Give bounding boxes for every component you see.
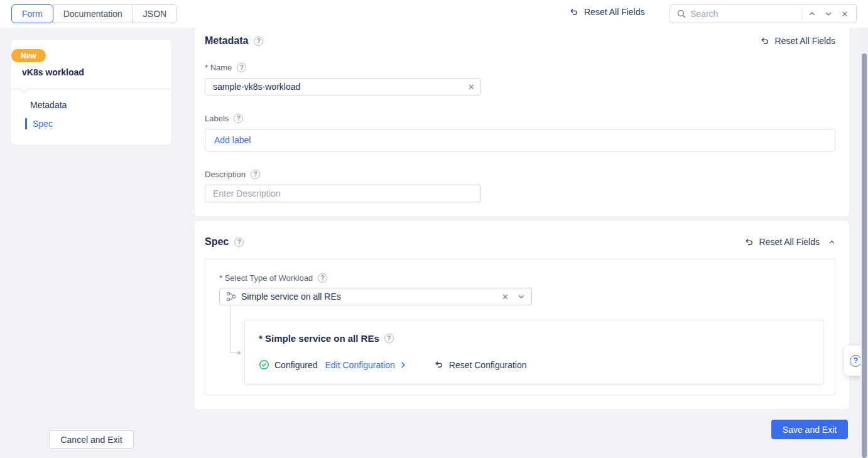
workload-config-title: * Simple service on all REs [259,333,379,344]
metadata-section: Metadata ? Reset All Fields * Name ? ✕ L… [195,28,849,216]
reset-configuration-button[interactable]: Reset Configuration [433,360,527,370]
clear-name-icon[interactable]: ✕ [468,83,475,91]
object-nav-panel: New vK8s workload Metadata Spec [11,40,171,144]
workload-config-card: * Simple service on all REs ? Configured… [244,320,823,384]
workload-type-select[interactable]: Simple service on all REs ✕ [219,288,532,305]
search-close-icon[interactable]: ✕ [838,8,851,20]
sidebar-divider-notch [19,84,28,93]
connector-line-vertical [230,305,231,352]
object-title: vK8s workload [22,67,84,77]
save-and-exit-button[interactable]: Save and Exit [771,420,848,439]
spec-reset-all-fields-button[interactable]: Reset All Fields [744,237,820,247]
help-icon[interactable]: ? [254,36,263,46]
undo-icon [744,237,754,247]
collapse-section-icon[interactable] [828,239,835,246]
connector-line-horizontal [230,352,237,353]
search-box: ✕ [670,4,857,23]
help-icon[interactable]: ? [384,334,394,343]
top-bar: Form Documentation JSON Reset All Fields… [0,0,868,28]
cancel-and-exit-button[interactable]: Cancel and Exit [49,430,134,449]
add-label-button[interactable]: Add label [214,135,251,145]
section-nav: Metadata Spec [11,95,171,133]
tab-form[interactable]: Form [11,4,53,23]
labels-field-label: Labels [205,114,229,123]
labels-box: Add label [205,129,835,151]
tab-documentation[interactable]: Documentation [53,4,133,23]
description-input[interactable] [205,185,481,202]
search-next-button[interactable] [822,8,835,20]
spec-section-title: Spec [205,236,229,248]
undo-icon [568,8,579,17]
search-input[interactable] [690,9,798,19]
reset-all-fields-button[interactable]: Reset All Fields [568,7,644,17]
help-icon[interactable]: ? [237,63,246,72]
connector-dot [237,351,241,354]
undo-icon [759,36,770,46]
help-icon[interactable]: ? [251,170,260,179]
view-tab-group: Form Documentation JSON [11,4,177,23]
search-prev-button[interactable] [806,8,818,20]
description-field-label: Description [205,170,246,179]
reset-configuration-label: Reset Configuration [449,360,527,370]
edit-configuration-label: Edit Configuration [325,360,395,370]
sidebar-divider [11,89,171,89]
search-divider [801,8,802,19]
reset-all-fields-label: Reset All Fields [584,7,644,17]
spec-form-container: * Select Type of Workload ? Simple servi… [205,259,835,395]
undo-icon [433,360,444,369]
metadata-reset-all-fields-button[interactable]: Reset All Fields [759,36,835,46]
chevron-down-icon[interactable] [518,293,525,300]
spec-reset-label: Reset All Fields [759,237,820,247]
workflow-icon [226,292,236,302]
configured-check-icon [259,359,269,370]
chevron-right-icon [399,361,407,369]
name-input[interactable] [205,78,481,95]
sidebar-item-spec[interactable]: Spec [11,114,171,133]
scrollbar-track[interactable] [860,28,868,458]
help-icon[interactable]: ? [234,114,243,123]
help-icon[interactable]: ? [234,237,244,247]
metadata-reset-label: Reset All Fields [775,36,835,46]
scrollbar-thumb[interactable] [862,53,867,458]
metadata-section-title: Metadata [205,35,248,46]
name-field-label: * Name [205,63,232,72]
workload-type-value: Simple service on all REs [241,292,497,302]
spec-section: Spec ? Reset All Fields * Select Type of… [195,221,849,409]
edit-configuration-link[interactable]: Edit Configuration [325,360,407,370]
help-icon[interactable]: ? [318,273,327,283]
tab-json[interactable]: JSON [133,4,177,23]
search-icon [676,9,686,19]
clear-selection-icon[interactable]: ✕ [502,293,509,301]
configured-status-label: Configured [274,360,318,370]
workload-type-label: * Select Type of Workload [219,273,313,283]
status-badge: New [11,49,46,62]
sidebar-item-metadata[interactable]: Metadata [11,95,171,114]
